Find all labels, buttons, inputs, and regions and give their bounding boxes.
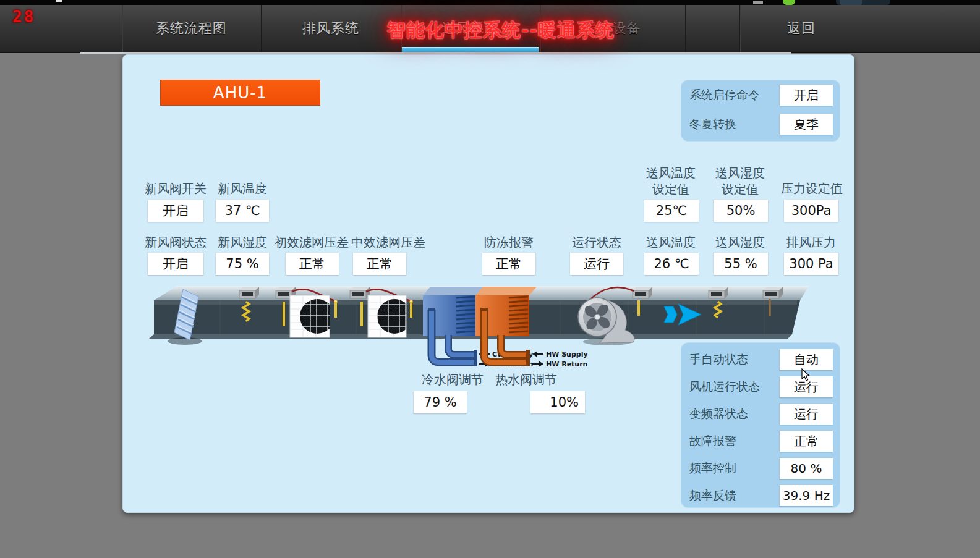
fresh-air-humidity-value: 75 %	[216, 253, 269, 275]
system-command-panel: 系统启停命令 开启 冬夏转换 夏季	[681, 80, 840, 142]
tray-dark-widget	[836, 0, 890, 5]
chilled-valve-label: 冷水阀调节	[415, 371, 490, 388]
system-start-stop-value[interactable]: 开启	[780, 85, 833, 106]
svg-text:HW Supply: HW Supply	[546, 350, 588, 358]
panel-row: 系统启停命令 开启	[689, 82, 833, 109]
supply-humidity-setpoint-value[interactable]: 50%	[714, 200, 768, 222]
nav-bar: 28 系统流程图 排风系统 送风系统 暖通设备 返回 智能化中控系统--暖通系统	[0, 5, 980, 53]
frequency-control-value[interactable]: 80 %	[780, 458, 833, 479]
run-status-label: 运行状态	[560, 234, 634, 251]
pressure-setpoint-label: 压力设定值	[781, 180, 843, 197]
panel-row: 故障报警 正常	[689, 429, 833, 454]
panel-row: 变频器状态 运行	[689, 402, 833, 426]
fresh-air-damper-switch-label: 新风阀开关	[145, 180, 207, 197]
medium-filter-dp-value: 正常	[353, 253, 406, 275]
mouse-cursor	[801, 368, 811, 382]
system-start-stop-label: 系统启停命令	[689, 87, 760, 103]
fault-alarm-label: 故障报警	[689, 433, 736, 449]
label-line1: 送风湿度	[709, 165, 771, 181]
back-button[interactable]: 返回	[739, 5, 863, 52]
fresh-air-damper-switch-value[interactable]: 开启	[148, 200, 203, 222]
hot-valve-label: 热水阀调节	[489, 371, 563, 388]
pressure-setpoint-value[interactable]: 300Pa	[784, 200, 838, 222]
fault-alarm-value: 正常	[780, 431, 833, 452]
supply-humidity-value: 55 %	[714, 253, 768, 275]
fresh-air-humidity-label: 新风湿度	[211, 234, 273, 251]
supply-temp-value: 26 ℃	[644, 253, 699, 275]
nav-divider	[685, 5, 686, 52]
hw-pipe-labels: HW Supply HW Return	[532, 350, 588, 368]
exhaust-pressure-value: 300 Pa	[784, 253, 838, 275]
panel-row: 风机运行状态 运行	[689, 374, 833, 399]
hand-auto-status-label: 手自动状态	[689, 352, 748, 368]
supply-humidity-label: 送风湿度	[703, 234, 777, 251]
panel-row: 手自动状态 自动	[689, 347, 833, 372]
label-line1: 送风温度	[640, 165, 702, 181]
vfd-status-value: 运行	[780, 404, 833, 425]
label-line2: 设定值	[640, 181, 702, 197]
frequency-feedback-value: 39.9 Hz	[780, 485, 833, 506]
antifreeze-alarm-label: 防冻报警	[472, 234, 546, 251]
fan-run-status-label: 风机运行状态	[689, 379, 760, 395]
panel-row: 频率反馈 39.9 Hz	[689, 483, 833, 508]
supply-temp-setpoint-label: 送风温度 设定值	[640, 165, 702, 197]
exhaust-pressure-label: 排风压力	[774, 234, 848, 251]
minimize-icon	[753, 1, 763, 4]
primary-filter-dp-value: 正常	[286, 253, 339, 275]
unit-name-tag: AHU-1	[160, 80, 320, 106]
supply-temp-label: 送风温度	[634, 234, 708, 251]
screen-top-strip	[0, 0, 980, 5]
antifreeze-alarm-value: 正常	[482, 253, 535, 275]
primary-filter	[290, 295, 334, 337]
run-status-value: 运行	[570, 253, 623, 275]
fan-status-panel: 手自动状态 自动 风机运行状态 运行 变频器状态 运行 故障报警 正常 频率控制…	[681, 342, 840, 508]
season-switch-label: 冬夏转换	[689, 116, 736, 132]
page-title: 智能化中控系统--暖通系统	[371, 12, 631, 48]
season-switch-value[interactable]: 夏季	[780, 114, 833, 135]
medium-filter-dp-label: 中效滤网压差	[351, 234, 425, 251]
frequency-control-label: 频率控制	[689, 460, 736, 476]
fresh-air-temp-value: 37 ℃	[216, 200, 269, 222]
active-tab-underline	[402, 47, 539, 52]
seven-segment-counter: 28	[12, 7, 35, 26]
tray-dark-widget-inner	[840, 0, 862, 5]
supply-humidity-setpoint-label: 送风湿度 设定值	[709, 165, 771, 197]
panel-row: 频率控制 80 %	[689, 456, 833, 481]
fresh-air-damper-status-label: 新风阀状态	[138, 234, 213, 251]
fresh-air-temp-label: 新风温度	[211, 180, 273, 197]
label-line2: 设定值	[709, 181, 771, 197]
tab-system-flow-diagram[interactable]: 系统流程图	[122, 5, 261, 52]
frequency-feedback-label: 频率反馈	[689, 488, 736, 504]
panel-row: 冬夏转换 夏季	[689, 111, 833, 138]
fresh-air-damper-status-value: 开启	[148, 253, 203, 275]
vfd-status-label: 变频器状态	[689, 406, 748, 422]
hot-valve-value[interactable]: 10%	[530, 391, 585, 413]
ahu-main-panel: AHU-1 系统启停命令 开启 冬夏转换 夏季 新风阀开关 开启 新风温度 37…	[122, 54, 854, 513]
medium-filter	[368, 295, 412, 337]
supply-temp-setpoint-value[interactable]: 25℃	[644, 200, 699, 222]
tray-green-icon	[783, 0, 795, 5]
chilled-valve-value[interactable]: 79 %	[414, 391, 467, 413]
hand-auto-status-value[interactable]: 自动	[780, 349, 833, 370]
top-strip-tick	[56, 0, 62, 2]
svg-text:HW Return: HW Return	[546, 360, 587, 368]
primary-filter-dp-label: 初效滤网压差	[275, 234, 349, 251]
